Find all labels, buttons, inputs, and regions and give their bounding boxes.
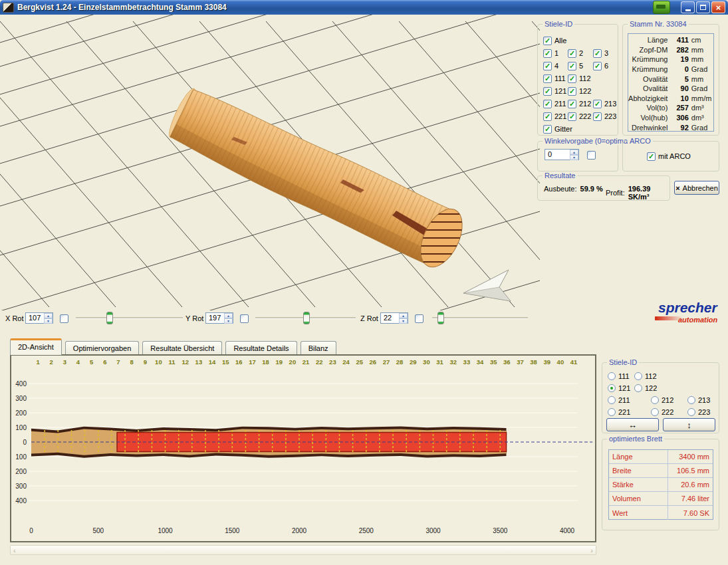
svg-text:100: 100 [15, 453, 27, 461]
z-rot-slider-thumb[interactable] [437, 312, 444, 324]
svg-text:38: 38 [530, 358, 537, 366]
winkel-spinner[interactable]: 0 ▴▾ [545, 149, 579, 160]
spin-down-icon[interactable]: ▾ [399, 318, 408, 324]
radio-211[interactable] [608, 396, 616, 404]
svg-text:1: 1 [36, 358, 40, 366]
horizontal-scrollbar[interactable]: ‹ › [10, 545, 596, 555]
checkbox-211[interactable]: ✓ [543, 100, 552, 108]
svg-text:9: 9 [144, 358, 147, 366]
tab-resultate-uebersicht[interactable]: Resultate Übersicht [142, 341, 222, 354]
x-rot-slider[interactable] [74, 312, 184, 324]
svg-text:6: 6 [103, 358, 106, 366]
svg-text:10: 10 [155, 358, 162, 366]
checkbox-121[interactable]: ✓ [543, 87, 552, 96]
radio-112[interactable] [634, 372, 642, 380]
radio-221[interactable] [608, 408, 616, 416]
svg-text:30: 30 [423, 358, 430, 366]
print-icon[interactable] [653, 1, 670, 14]
radio-121[interactable] [608, 384, 616, 392]
minimize-icon [685, 9, 691, 11]
arco-checkbox[interactable]: ✓ [647, 152, 656, 161]
tab-bar: 2D-Ansicht Optimiervorgaben Resultate Üb… [10, 338, 338, 355]
svg-text:34: 34 [477, 358, 484, 366]
tab-2d-ansicht[interactable]: 2D-Ansicht [10, 338, 62, 355]
spin-down-icon[interactable]: ▾ [570, 155, 578, 160]
checkbox-111[interactable]: ✓ [543, 74, 552, 83]
x-rot-spinner[interactable]: 107 ▴▾ [25, 312, 53, 324]
fit-height-button[interactable]: ↕ [663, 418, 715, 431]
checkbox-gitter[interactable]: ✓ [543, 125, 552, 134]
y-rot-checkbox[interactable]: ✓ [240, 314, 249, 323]
checkbox-1[interactable]: ✓ [543, 49, 552, 58]
svg-text:1000: 1000 [158, 527, 173, 534]
fit-width-button[interactable]: ↔ [606, 418, 659, 431]
x-rot-checkbox[interactable]: ✓ [60, 314, 68, 323]
close-button[interactable]: × [711, 1, 725, 13]
svg-text:25: 25 [356, 358, 363, 366]
minimize-button[interactable] [681, 1, 695, 13]
spin-up-icon[interactable]: ▴ [224, 313, 233, 318]
radio-122[interactable] [634, 384, 642, 392]
svg-text:1500: 1500 [225, 527, 240, 534]
y-rot-spinner[interactable]: 197 ▴▾ [205, 312, 233, 324]
svg-text:40: 40 [557, 358, 564, 366]
scroll-right-icon[interactable]: › [590, 546, 593, 554]
radio-223[interactable] [687, 408, 695, 416]
z-rot-checkbox[interactable]: ✓ [415, 314, 424, 323]
checkbox-alle[interactable]: ✓ [543, 37, 552, 45]
radio-213[interactable] [687, 396, 695, 404]
resultate-panel: Resultate Ausbeute: 59.9 % Profit: 196.3… [537, 175, 670, 201]
tab-bilanz[interactable]: Bilanz [301, 341, 336, 354]
checkbox-112[interactable]: ✓ [568, 74, 576, 83]
svg-text:13: 13 [195, 358, 203, 366]
maximize-button[interactable] [696, 1, 710, 13]
spin-down-icon[interactable]: ▾ [224, 318, 233, 324]
winkelvorgabe-panel: Winkelvorgabe (0=optimal) 0 ▴▾ ✓ [537, 141, 618, 171]
svg-text:19: 19 [276, 358, 283, 366]
x-rot-slider-thumb[interactable] [106, 312, 113, 324]
checkbox-212[interactable]: ✓ [568, 100, 576, 108]
checkbox-222[interactable]: ✓ [568, 112, 576, 121]
checkbox-122[interactable]: ✓ [568, 87, 576, 96]
svg-text:3000: 3000 [425, 527, 441, 534]
z-rot-spinner[interactable]: 22 ▴▾ [380, 312, 408, 324]
winkel-checkbox[interactable]: ✓ [587, 151, 596, 160]
abbrechen-button[interactable]: × Abbrechen [674, 181, 719, 195]
ausbeute-label: Ausbeute: [544, 185, 577, 193]
checkbox-213[interactable]: ✓ [593, 100, 602, 108]
checkbox-6[interactable]: ✓ [593, 62, 602, 70]
brett-table: Länge3400 mm Breite106.5 mm Stärke20.6 m… [608, 449, 713, 520]
radio-212[interactable] [651, 396, 659, 404]
spin-up-icon[interactable]: ▴ [570, 150, 578, 155]
radio-111[interactable] [608, 372, 616, 380]
checkbox-2[interactable]: ✓ [568, 49, 576, 58]
3d-log-view[interactable] [0, 15, 540, 310]
y-rot-slider-thumb[interactable] [303, 312, 310, 324]
svg-text:31: 31 [436, 358, 443, 366]
arco-panel: ARCO ✓mit ARCO [622, 141, 719, 171]
scroll-left-icon[interactable]: ‹ [13, 546, 16, 554]
z-rot-slider[interactable] [431, 312, 529, 324]
spin-down-icon[interactable]: ▾ [44, 318, 53, 324]
stiele-id-3d-panel: Stiele-ID ✓Alle ✓1 ✓2 ✓3 ✓4 ✓5 ✓6 ✓111 ✓… [537, 24, 618, 136]
svg-text:3500: 3500 [493, 527, 508, 534]
svg-text:37: 37 [517, 358, 524, 366]
checkbox-221[interactable]: ✓ [543, 112, 552, 121]
spin-up-icon[interactable]: ▴ [399, 313, 408, 318]
tab-optimiervorgaben[interactable]: Optimiervorgaben [65, 341, 139, 354]
cancel-x-icon: × [675, 184, 679, 192]
radio-222[interactable] [651, 408, 659, 416]
profit-label: Profit: [606, 189, 625, 197]
panel-title: ARCO [628, 137, 653, 145]
title-bar[interactable]: Bergkvist 1.24 - Einzelstammbetrachtung … [0, 0, 728, 15]
ausbeute-value: 59.9 % [580, 185, 603, 193]
y-rot-slider[interactable] [254, 312, 357, 324]
checkbox-223[interactable]: ✓ [593, 112, 602, 121]
checkbox-5[interactable]: ✓ [568, 62, 576, 70]
tab-resultate-details[interactable]: Resultate Details [225, 341, 297, 354]
svg-text:400: 400 [15, 380, 27, 388]
checkbox-3[interactable]: ✓ [593, 49, 602, 58]
spin-up-icon[interactable]: ▴ [44, 313, 53, 318]
checkbox-4[interactable]: ✓ [543, 62, 552, 70]
fit-height-icon: ↕ [687, 420, 691, 430]
